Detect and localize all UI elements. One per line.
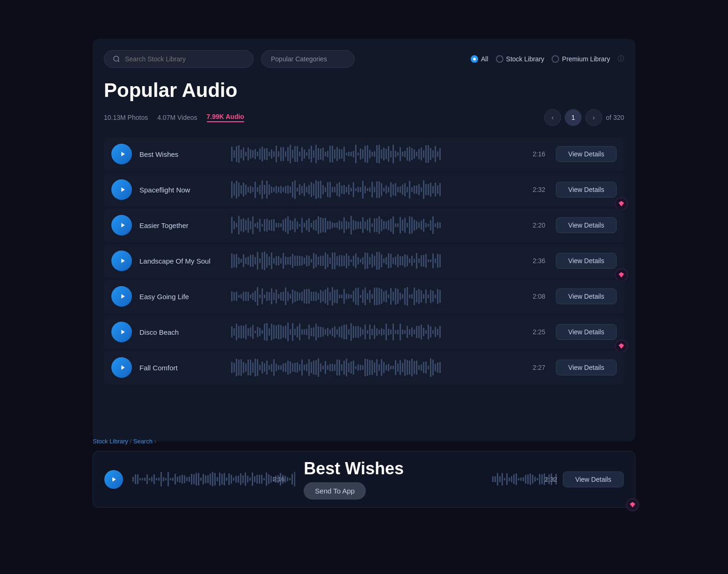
breadcrumb-search[interactable]: Search <box>133 438 153 445</box>
bottom-duration: 2:16 <box>273 476 284 483</box>
track-duration-5: 2:25 <box>530 328 548 336</box>
track-row: Disco Beach 2:25 View Details <box>104 315 624 349</box>
waveform-2 <box>231 215 522 235</box>
track-name-3: Landscape Of My Soul <box>139 257 224 265</box>
track-name-6: Fall Comfort <box>139 364 224 372</box>
active-indicator <box>207 121 244 122</box>
page-title: Popular Audio <box>104 79 624 102</box>
prev-page-button[interactable]: ‹ <box>544 109 561 126</box>
stat-videos[interactable]: 4.07M Videos <box>157 114 197 121</box>
track-name-4: Easy Going Life <box>139 293 224 301</box>
track-row: Easier Together 2:20 View Details <box>104 208 624 242</box>
bottom-right-waveform <box>492 471 539 488</box>
bottom-right-duration: 2:32 <box>545 476 557 483</box>
play-icon-6 <box>119 364 126 371</box>
track-duration-4: 2:08 <box>530 293 548 300</box>
track-row: Easy Going Life 2:08 View Details <box>104 280 624 313</box>
view-details-button-6[interactable]: View Details <box>556 360 617 375</box>
play-button-3[interactable] <box>111 250 132 271</box>
filter-stock-label: Stock Library <box>506 55 545 63</box>
bottom-waveform <box>132 471 263 488</box>
filter-premium-label: Premium Library <box>562 55 610 63</box>
radio-stock <box>496 55 503 63</box>
breadcrumb-library[interactable]: Stock Library <box>93 438 128 445</box>
play-icon-4 <box>119 293 126 300</box>
play-button-0[interactable] <box>111 144 132 164</box>
play-button-1[interactable] <box>111 179 132 200</box>
filter-stock[interactable]: Stock Library <box>496 55 545 63</box>
waveform-6 <box>231 357 522 378</box>
play-icon-5 <box>119 328 126 336</box>
filter-premium[interactable]: Premium Library <box>552 55 610 63</box>
track-row: Fall Comfort 2:27 View Details <box>104 351 624 384</box>
svg-point-0 <box>114 56 119 61</box>
track-name-0: Best Wishes <box>139 150 224 158</box>
filter-all-label: All <box>481 55 488 63</box>
track-duration-1: 2:32 <box>530 186 548 193</box>
categories-button[interactable]: Popular Categories <box>261 50 355 68</box>
play-button-4[interactable] <box>111 286 132 307</box>
track-name-2: Easier Together <box>139 221 224 229</box>
track-row: Best Wishes 2:16 View Details <box>104 137 624 171</box>
play-icon-0 <box>119 150 126 158</box>
gem-icon-3 <box>618 272 625 278</box>
search-input[interactable] <box>125 55 245 63</box>
waveform-4 <box>231 286 522 307</box>
view-details-button-2[interactable]: View Details <box>556 217 617 233</box>
track-duration-0: 2:16 <box>530 150 548 158</box>
play-icon-3 <box>119 257 126 265</box>
view-details-button-1[interactable]: View Details <box>556 182 617 198</box>
play-button-6[interactable] <box>111 357 132 378</box>
filter-all[interactable]: All <box>471 55 488 63</box>
track-row: Spaceflight Now 2:32 View Details <box>104 173 624 206</box>
current-page: 1 <box>565 109 582 126</box>
stat-audio[interactable]: 7.99K Audio <box>207 113 244 120</box>
bottom-title: Best Wishes <box>304 459 482 478</box>
waveform-5 <box>231 322 522 342</box>
bottom-divider <box>294 470 294 489</box>
info-icon[interactable]: ⓘ <box>618 55 624 63</box>
radio-all <box>471 55 478 63</box>
track-name-1: Spaceflight Now <box>139 186 224 194</box>
gem-icon-1 <box>618 200 625 207</box>
send-to-app-button[interactable]: Send To App <box>304 482 366 500</box>
bottom-play-icon <box>110 476 117 483</box>
track-duration-3: 2:36 <box>530 257 548 265</box>
search-box[interactable] <box>104 50 254 68</box>
track-list: Best Wishes 2:16 View Details Spacefligh… <box>104 137 624 384</box>
track-name-5: Disco Beach <box>139 328 224 336</box>
track-duration-6: 2:27 <box>530 364 548 371</box>
view-details-button-0[interactable]: View Details <box>556 146 617 162</box>
stats-row: 10.13M Photos 4.07M Videos 7.99K Audio ‹… <box>104 109 624 126</box>
play-icon-2 <box>119 221 126 229</box>
next-page-button[interactable]: › <box>585 109 602 126</box>
view-details-button-3[interactable]: View Details <box>556 253 617 269</box>
play-button-2[interactable] <box>111 215 132 235</box>
waveform-1 <box>231 179 522 200</box>
pagination: ‹ 1 › of 320 <box>544 109 624 126</box>
breadcrumb: Stock Library / Search › <box>93 438 156 445</box>
bottom-premium-badge <box>626 498 639 511</box>
play-icon-1 <box>119 186 126 193</box>
track-row: Landscape Of My Soul 2:36 View Details <box>104 244 624 278</box>
bottom-view-details-button[interactable]: View Details <box>563 471 624 487</box>
filter-group: All Stock Library Premium Library ⓘ <box>471 55 624 63</box>
gem-icon-5 <box>618 343 625 349</box>
premium-gem-icon <box>629 501 636 508</box>
view-details-button-5[interactable]: View Details <box>556 324 617 340</box>
waveform-3 <box>231 250 522 271</box>
page-of: of 320 <box>606 114 624 121</box>
breadcrumb-sep: / <box>130 438 133 445</box>
stat-photos[interactable]: 10.13M Photos <box>104 114 148 121</box>
view-details-button-4[interactable]: View Details <box>556 288 617 304</box>
play-button-5[interactable] <box>111 322 132 342</box>
track-duration-2: 2:20 <box>530 221 548 229</box>
search-icon <box>113 55 120 63</box>
waveform-0 <box>231 144 522 164</box>
radio-premium <box>552 55 559 63</box>
breadcrumb-arrow: › <box>154 438 156 445</box>
bottom-play-button[interactable] <box>104 470 123 489</box>
top-bar: Popular Categories All Stock Library Pre… <box>104 50 624 68</box>
